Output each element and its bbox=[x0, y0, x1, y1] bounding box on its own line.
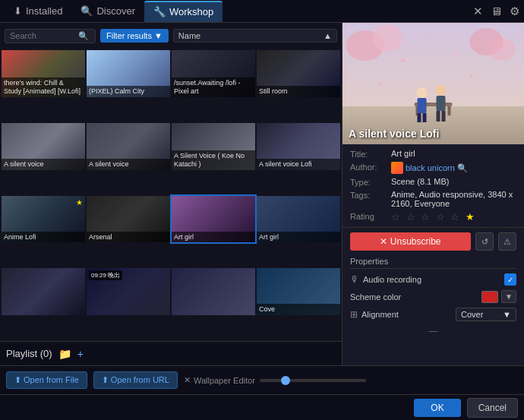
playlist-label: Playlist (0) bbox=[6, 348, 52, 359]
svg-point-9 bbox=[417, 87, 428, 98]
title-value: Art girl bbox=[391, 149, 516, 158]
tab-bar: ⬇ Installed 🔍 Discover 🔧 Workshop ✕ 🖥 ⚙ bbox=[0, 0, 524, 23]
grid-item-2-label: (PIXEL) Calm City bbox=[87, 86, 170, 97]
grid-item-4-label: Still room bbox=[257, 86, 340, 97]
left-panel: 🔍 Filter results ▼ Name ▲ there's wind: … bbox=[0, 23, 342, 365]
grid-item-3-label: /sunset.Awaiting /lofi - Pixel art bbox=[172, 77, 255, 97]
type-value: Scene (8.1 MB) bbox=[391, 177, 516, 186]
grid-item-6[interactable]: A silent voice bbox=[87, 123, 170, 170]
grid-item-14[interactable]: 09:29 晚出 bbox=[87, 268, 170, 315]
preview-title: A silent voice Lofi bbox=[349, 128, 439, 140]
search-icon: 🔍 bbox=[78, 31, 89, 41]
audio-icon: 🎙 bbox=[350, 274, 359, 285]
right-panel: A silent voice Lofi Title: Art girl Auth… bbox=[342, 23, 524, 365]
info-row-type: Type: Scene (8.1 MB) bbox=[350, 177, 516, 187]
close-icon[interactable]: ✕ bbox=[473, 5, 483, 18]
grid-item-11[interactable]: Art girl bbox=[172, 196, 255, 243]
filter-button[interactable]: Filter results ▼ bbox=[100, 29, 169, 43]
author-link[interactable]: black unicorn 🔍 bbox=[391, 162, 516, 174]
star-badge-9: ★ bbox=[76, 198, 83, 207]
tab-installed-label: Installed bbox=[26, 5, 62, 17]
grid-item-12-label: Art girl bbox=[257, 232, 340, 243]
brightness-slider-track bbox=[260, 379, 366, 382]
open-url-label: ⬆ Open from URL bbox=[102, 375, 169, 385]
ok-button[interactable]: OK bbox=[414, 399, 460, 417]
warning-button[interactable]: ⚠ bbox=[498, 232, 516, 251]
grid-item-10[interactable]: Arsenal bbox=[87, 196, 170, 243]
type-label: Type: bbox=[350, 177, 388, 187]
grid-item-13[interactable] bbox=[2, 268, 85, 315]
grid-item-1[interactable]: there's wind: Chill & Study [Animated] [… bbox=[2, 50, 85, 97]
tags-value: Anime, Audio responsive, 3840 x 2160, Ev… bbox=[391, 190, 516, 208]
open-file-label: ⬆ Open from File bbox=[14, 375, 79, 385]
sort-label: Name bbox=[178, 31, 200, 40]
grid-item-8[interactable]: A silent voice Lofi bbox=[257, 123, 340, 170]
collapse-icon[interactable]: — bbox=[429, 326, 438, 336]
grid-item-3[interactable]: /sunset.Awaiting /lofi - Pixel art bbox=[172, 50, 255, 97]
info-row-title: Title: Art girl bbox=[350, 149, 516, 159]
grid-item-5[interactable]: A silent voice bbox=[2, 123, 85, 170]
open-from-file-button[interactable]: ⬆ Open from File bbox=[6, 371, 87, 389]
alignment-dropdown[interactable]: Cover ▼ bbox=[456, 308, 516, 321]
search-input[interactable] bbox=[10, 31, 78, 40]
grid-item-9[interactable]: ★ Anime Lofi bbox=[2, 196, 85, 243]
properties-section: Properties 🎙 Audio recording ✓ Scheme co… bbox=[342, 252, 524, 365]
grid-item-12[interactable]: Art girl bbox=[257, 196, 340, 243]
main-layout: 🔍 Filter results ▼ Name ▲ there's wind: … bbox=[0, 23, 524, 365]
svg-point-19 bbox=[470, 74, 473, 77]
grid-item-1-label: there's wind: Chill & Study [Animated] [… bbox=[2, 77, 85, 97]
grid-item-9-label: Anime Lofi bbox=[2, 232, 85, 243]
author-search-icon: 🔍 bbox=[457, 163, 468, 173]
grid-item-16-label: Cove bbox=[257, 304, 340, 315]
tab-discover[interactable]: 🔍 Discover bbox=[71, 1, 144, 22]
refresh-button[interactable]: ↺ bbox=[475, 232, 494, 251]
grid-item-4[interactable]: Still room bbox=[257, 50, 340, 97]
tab-workshop-label: Workshop bbox=[169, 6, 213, 17]
rating-label: Rating bbox=[350, 211, 388, 221]
properties-title: Properties bbox=[350, 257, 516, 269]
grid-item-7[interactable]: A Silent Voice ( Koe No Katachi ) bbox=[172, 123, 255, 170]
author-value: black unicorn 🔍 bbox=[391, 162, 516, 174]
color-dropdown-arrow[interactable]: ▼ bbox=[501, 290, 516, 303]
open-from-url-button[interactable]: ⬆ Open from URL bbox=[93, 371, 178, 389]
info-row-rating: Rating ☆ ☆ ☆ ☆ ☆ ★ bbox=[350, 211, 516, 223]
color-swatch[interactable] bbox=[481, 291, 498, 303]
grid-item-6-label: A silent voice bbox=[87, 159, 170, 170]
svg-point-2 bbox=[373, 24, 403, 52]
info-section: Title: Art girl Author: black unicorn 🔍 … bbox=[342, 144, 524, 228]
grid-item-16[interactable]: Cove bbox=[257, 268, 340, 315]
playlist-add-button[interactable]: + bbox=[77, 348, 84, 360]
grid-item-7-label: A Silent Voice ( Koe No Katachi ) bbox=[172, 150, 255, 170]
discover-icon: 🔍 bbox=[80, 5, 93, 17]
editor-x-icon: ✕ bbox=[184, 375, 191, 385]
playlist-folder-button[interactable]: 📁 bbox=[58, 348, 71, 360]
unsubscribe-button[interactable]: ✕ Unsubscribe bbox=[350, 232, 471, 251]
tab-workshop[interactable]: 🔧 Workshop bbox=[144, 1, 223, 22]
warning-icon: ⚠ bbox=[503, 237, 511, 247]
grid-item-15[interactable] bbox=[172, 268, 255, 315]
cancel-button[interactable]: Cancel bbox=[467, 398, 518, 418]
svg-rect-14 bbox=[437, 96, 446, 111]
svg-rect-10 bbox=[418, 98, 427, 113]
editor-label-text: Wallpaper Editor bbox=[194, 376, 255, 385]
audio-recording-checkbox[interactable]: ✓ bbox=[504, 273, 516, 286]
author-name: black unicorn bbox=[406, 163, 455, 172]
time-badge-14: 09:29 晚出 bbox=[89, 270, 122, 280]
monitor-icon[interactable]: 🖥 bbox=[491, 5, 502, 17]
search-filter-bar: 🔍 Filter results ▼ Name ▲ bbox=[0, 23, 342, 49]
playlist-bar: Playlist (0) 📁 + bbox=[0, 341, 342, 365]
sort-arrow-icon: ▲ bbox=[324, 31, 332, 40]
filter-label: Filter results ▼ bbox=[106, 31, 163, 40]
sort-dropdown[interactable]: Name ▲ bbox=[173, 29, 337, 43]
title-label: Title: bbox=[350, 149, 388, 159]
star-rating[interactable]: ☆ ☆ ☆ ☆ ☆ ★ bbox=[391, 211, 476, 223]
svg-point-4 bbox=[488, 38, 516, 61]
grid-item-2[interactable]: (PIXEL) Calm City bbox=[87, 50, 170, 97]
wallpaper-editor-label[interactable]: ✕ Wallpaper Editor bbox=[184, 375, 255, 385]
brightness-slider-thumb[interactable] bbox=[281, 376, 290, 385]
tab-installed[interactable]: ⬇ Installed bbox=[5, 1, 71, 22]
settings-icon[interactable]: ⚙ bbox=[510, 5, 519, 18]
info-row-author: Author: black unicorn 🔍 bbox=[350, 162, 516, 174]
tab-discover-label: Discover bbox=[96, 5, 135, 17]
svg-rect-8 bbox=[448, 106, 451, 115]
